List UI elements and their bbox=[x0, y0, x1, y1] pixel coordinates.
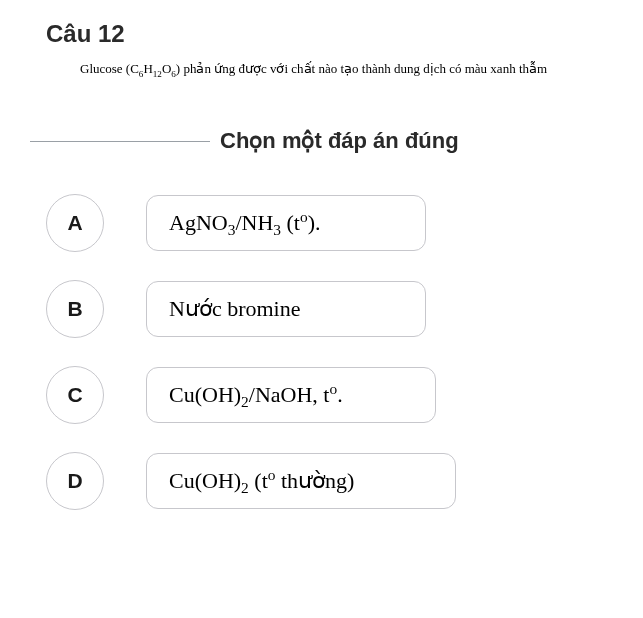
frag: /NH bbox=[235, 210, 273, 235]
option-c-row: C Cu(OH)2/NaOH, to. bbox=[46, 366, 613, 424]
qtext-frag: Glucose (C bbox=[80, 61, 139, 76]
option-text-frag: Nước bromine bbox=[169, 296, 300, 322]
frag: ). bbox=[308, 210, 321, 235]
option-b-row: B Nước bromine bbox=[46, 280, 613, 338]
option-d-letter[interactable]: D bbox=[46, 452, 104, 510]
option-a-letter[interactable]: A bbox=[46, 194, 104, 252]
instruction-divider bbox=[30, 141, 210, 142]
frag: AgNO bbox=[169, 210, 228, 235]
qtext-frag: H bbox=[143, 61, 152, 76]
frag: Cu(OH) bbox=[169, 382, 241, 407]
option-d-content[interactable]: Cu(OH)2 (to thường) bbox=[146, 453, 456, 509]
option-c-letter[interactable]: C bbox=[46, 366, 104, 424]
options-container: A AgNO3/NH3 (to). B Nước bromine C Cu(OH… bbox=[46, 194, 613, 510]
frag: thường) bbox=[275, 468, 354, 493]
option-c-content[interactable]: Cu(OH)2/NaOH, to. bbox=[146, 367, 436, 423]
sub: 2 bbox=[241, 480, 249, 497]
sub: 3 bbox=[273, 222, 281, 239]
option-b-letter[interactable]: B bbox=[46, 280, 104, 338]
option-text-frag: Cu(OH)2/NaOH, to. bbox=[169, 382, 343, 408]
instruction-row: Chọn một đáp án đúng bbox=[30, 128, 613, 154]
frag: (t bbox=[249, 468, 268, 493]
qtext-sub: 12 bbox=[153, 69, 162, 79]
option-a-row: A AgNO3/NH3 (to). bbox=[46, 194, 613, 252]
qtext-frag: ) phản ứng được với chất nào tạo thành d… bbox=[176, 61, 547, 76]
sub: 2 bbox=[241, 394, 249, 411]
option-d-row: D Cu(OH)2 (to thường) bbox=[46, 452, 613, 510]
frag: /NaOH, t bbox=[249, 382, 330, 407]
frag: . bbox=[337, 382, 343, 407]
frag: Cu(OH) bbox=[169, 468, 241, 493]
option-b-content[interactable]: Nước bromine bbox=[146, 281, 426, 337]
option-text-frag: AgNO3/NH3 (to). bbox=[169, 210, 320, 236]
option-a-content[interactable]: AgNO3/NH3 (to). bbox=[146, 195, 426, 251]
question-text: Glucose (C6H12O6) phản ứng được với chất… bbox=[80, 60, 613, 78]
qtext-frag: O bbox=[162, 61, 171, 76]
instruction-text: Chọn một đáp án đúng bbox=[220, 128, 459, 154]
option-text-frag: Cu(OH)2 (to thường) bbox=[169, 468, 354, 494]
sup: o bbox=[300, 208, 308, 225]
frag: (t bbox=[281, 210, 300, 235]
question-number: Câu 12 bbox=[46, 20, 613, 48]
